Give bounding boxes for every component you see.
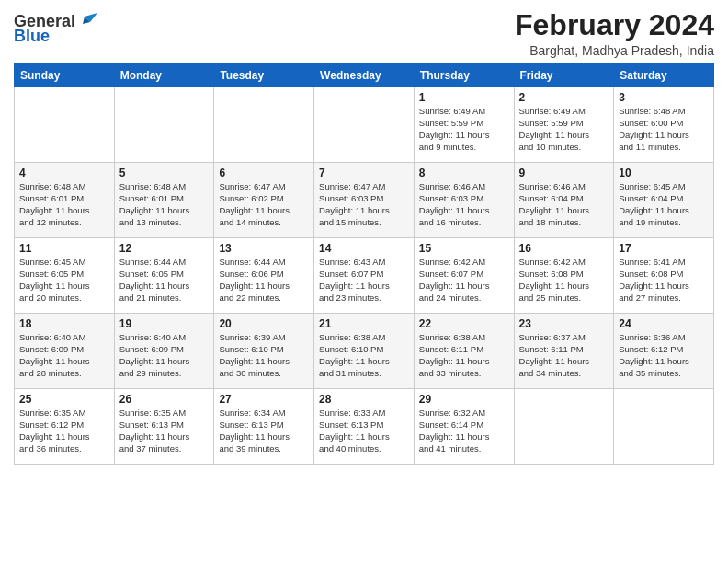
day-info: Sunrise: 6:44 AMSunset: 6:06 PMDaylight:… <box>219 257 309 304</box>
header-friday: Friday <box>514 64 614 87</box>
day-number: 20 <box>219 317 309 330</box>
table-cell: 10Sunrise: 6:45 AMSunset: 6:04 PMDayligh… <box>614 163 714 238</box>
day-number: 8 <box>419 167 509 179</box>
table-cell: 8Sunrise: 6:46 AMSunset: 6:03 PMDaylight… <box>414 163 514 238</box>
day-info: Sunrise: 6:41 AMSunset: 6:08 PMDaylight:… <box>619 257 709 304</box>
table-cell <box>314 87 415 163</box>
table-cell: 22Sunrise: 6:38 AMSunset: 6:11 PMDayligh… <box>414 314 514 389</box>
day-number: 22 <box>419 317 509 330</box>
table-cell: 24Sunrise: 6:36 AMSunset: 6:12 PMDayligh… <box>614 314 714 389</box>
day-info: Sunrise: 6:38 AMSunset: 6:10 PMDaylight:… <box>319 332 409 379</box>
day-info: Sunrise: 6:39 AMSunset: 6:10 PMDaylight:… <box>219 332 309 379</box>
table-cell: 7Sunrise: 6:47 AMSunset: 6:03 PMDaylight… <box>314 163 415 238</box>
table-cell: 1Sunrise: 6:49 AMSunset: 5:59 PMDaylight… <box>414 87 514 163</box>
table-cell: 3Sunrise: 6:48 AMSunset: 6:00 PMDaylight… <box>614 87 714 163</box>
day-number: 5 <box>119 167 210 179</box>
day-number: 26 <box>119 393 210 406</box>
day-number: 19 <box>119 317 210 330</box>
logo-bird <box>77 13 97 29</box>
table-cell: 28Sunrise: 6:33 AMSunset: 6:13 PMDayligh… <box>314 389 415 465</box>
day-info: Sunrise: 6:34 AMSunset: 6:13 PMDaylight:… <box>219 408 309 454</box>
table-cell <box>514 389 614 465</box>
day-number: 9 <box>519 167 609 179</box>
day-info: Sunrise: 6:49 AMSunset: 5:59 PMDaylight:… <box>519 106 609 153</box>
day-info: Sunrise: 6:42 AMSunset: 6:07 PMDaylight:… <box>419 257 509 304</box>
day-number: 25 <box>19 393 109 406</box>
day-info: Sunrise: 6:35 AMSunset: 6:12 PMDaylight:… <box>19 408 109 454</box>
month-year: February 2024 <box>515 9 714 41</box>
day-info: Sunrise: 6:48 AMSunset: 6:00 PMDaylight:… <box>619 106 709 153</box>
table-cell: 13Sunrise: 6:44 AMSunset: 6:06 PMDayligh… <box>214 238 314 314</box>
day-info: Sunrise: 6:38 AMSunset: 6:11 PMDaylight:… <box>419 332 509 379</box>
logo: General Blue <box>14 13 97 44</box>
day-number: 10 <box>619 167 709 179</box>
header-monday: Monday <box>114 64 214 87</box>
day-number: 28 <box>319 393 409 406</box>
day-number: 1 <box>419 91 509 104</box>
table-cell: 18Sunrise: 6:40 AMSunset: 6:09 PMDayligh… <box>15 314 115 389</box>
day-info: Sunrise: 6:45 AMSunset: 6:05 PMDaylight:… <box>19 257 109 304</box>
day-number: 16 <box>519 242 609 255</box>
day-number: 24 <box>619 317 709 330</box>
week-row-4: 25Sunrise: 6:35 AMSunset: 6:12 PMDayligh… <box>15 389 714 465</box>
day-number: 12 <box>119 242 210 255</box>
day-number: 27 <box>219 393 309 406</box>
day-info: Sunrise: 6:35 AMSunset: 6:13 PMDaylight:… <box>119 408 210 454</box>
day-info: Sunrise: 6:46 AMSunset: 6:04 PMDaylight:… <box>519 181 609 228</box>
day-number: 29 <box>419 393 509 406</box>
title-section: February 2024 Barghat, Madhya Pradesh, I… <box>515 9 714 58</box>
table-cell: 14Sunrise: 6:43 AMSunset: 6:07 PMDayligh… <box>314 238 415 314</box>
day-number: 18 <box>19 317 109 330</box>
table-cell: 5Sunrise: 6:48 AMSunset: 6:01 PMDaylight… <box>114 163 214 238</box>
day-info: Sunrise: 6:42 AMSunset: 6:08 PMDaylight:… <box>519 257 609 304</box>
day-number: 2 <box>519 91 609 104</box>
week-row-0: 1Sunrise: 6:49 AMSunset: 5:59 PMDaylight… <box>15 87 714 163</box>
day-info: Sunrise: 6:32 AMSunset: 6:14 PMDaylight:… <box>419 408 509 454</box>
table-cell: 4Sunrise: 6:48 AMSunset: 6:01 PMDaylight… <box>15 163 115 238</box>
calendar-header-row: Sunday Monday Tuesday Wednesday Thursday… <box>15 64 714 87</box>
day-info: Sunrise: 6:47 AMSunset: 6:03 PMDaylight:… <box>319 181 409 228</box>
table-cell <box>114 87 214 163</box>
day-number: 21 <box>319 317 409 330</box>
day-number: 14 <box>319 242 409 255</box>
table-cell: 12Sunrise: 6:44 AMSunset: 6:05 PMDayligh… <box>114 238 214 314</box>
table-cell: 19Sunrise: 6:40 AMSunset: 6:09 PMDayligh… <box>114 314 214 389</box>
day-number: 13 <box>219 242 309 255</box>
location: Barghat, Madhya Pradesh, India <box>515 43 714 58</box>
header: General Blue February 2024 Barghat, Madh… <box>14 9 714 58</box>
table-cell <box>15 87 115 163</box>
header-thursday: Thursday <box>414 64 514 87</box>
table-cell <box>214 87 314 163</box>
header-sunday: Sunday <box>15 64 115 87</box>
table-cell: 16Sunrise: 6:42 AMSunset: 6:08 PMDayligh… <box>514 238 614 314</box>
day-number: 11 <box>19 242 109 255</box>
day-number: 6 <box>219 167 309 179</box>
day-info: Sunrise: 6:49 AMSunset: 5:59 PMDaylight:… <box>419 106 509 153</box>
day-info: Sunrise: 6:40 AMSunset: 6:09 PMDaylight:… <box>19 332 109 379</box>
week-row-3: 18Sunrise: 6:40 AMSunset: 6:09 PMDayligh… <box>15 314 714 389</box>
table-cell: 17Sunrise: 6:41 AMSunset: 6:08 PMDayligh… <box>614 238 714 314</box>
day-info: Sunrise: 6:40 AMSunset: 6:09 PMDaylight:… <box>119 332 210 379</box>
day-number: 4 <box>19 167 109 179</box>
day-number: 17 <box>619 242 709 255</box>
day-number: 15 <box>419 242 509 255</box>
table-cell: 2Sunrise: 6:49 AMSunset: 5:59 PMDaylight… <box>514 87 614 163</box>
table-cell: 15Sunrise: 6:42 AMSunset: 6:07 PMDayligh… <box>414 238 514 314</box>
table-cell: 23Sunrise: 6:37 AMSunset: 6:11 PMDayligh… <box>514 314 614 389</box>
table-cell <box>614 389 714 465</box>
day-info: Sunrise: 6:47 AMSunset: 6:02 PMDaylight:… <box>219 181 309 228</box>
day-info: Sunrise: 6:37 AMSunset: 6:11 PMDaylight:… <box>519 332 609 379</box>
day-info: Sunrise: 6:44 AMSunset: 6:05 PMDaylight:… <box>119 257 210 304</box>
table-cell: 29Sunrise: 6:32 AMSunset: 6:14 PMDayligh… <box>414 389 514 465</box>
day-info: Sunrise: 6:45 AMSunset: 6:04 PMDaylight:… <box>619 181 709 228</box>
table-cell: 20Sunrise: 6:39 AMSunset: 6:10 PMDayligh… <box>214 314 314 389</box>
day-info: Sunrise: 6:46 AMSunset: 6:03 PMDaylight:… <box>419 181 509 228</box>
day-info: Sunrise: 6:43 AMSunset: 6:07 PMDaylight:… <box>319 257 409 304</box>
table-cell: 27Sunrise: 6:34 AMSunset: 6:13 PMDayligh… <box>214 389 314 465</box>
day-number: 7 <box>319 167 409 179</box>
day-info: Sunrise: 6:33 AMSunset: 6:13 PMDaylight:… <box>319 408 409 454</box>
logo-image: General Blue <box>14 13 97 44</box>
day-info: Sunrise: 6:48 AMSunset: 6:01 PMDaylight:… <box>19 181 109 228</box>
header-tuesday: Tuesday <box>214 64 314 87</box>
table-cell: 21Sunrise: 6:38 AMSunset: 6:10 PMDayligh… <box>314 314 415 389</box>
